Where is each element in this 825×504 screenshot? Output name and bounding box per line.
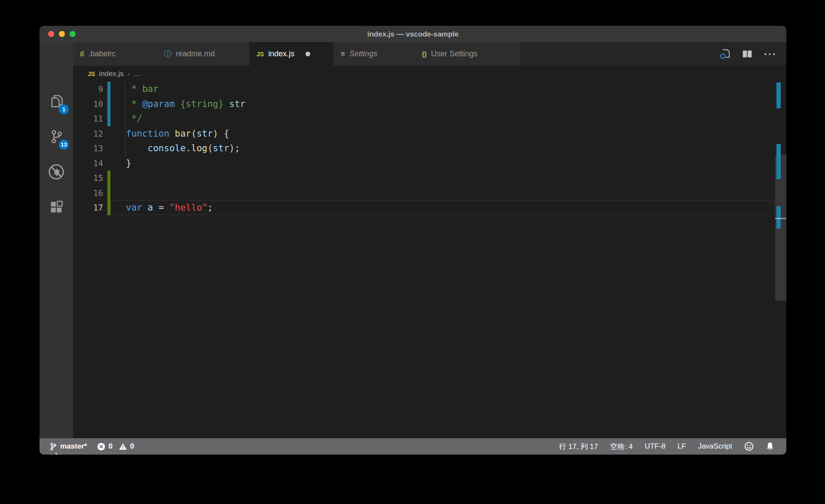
extensions-icon [49,199,64,215]
code-text: */ [110,111,142,126]
gutter-modified-marker [107,97,110,112]
code-line-13[interactable]: 13 console.log(str); [73,141,786,156]
gutter-modified-marker [107,111,110,126]
line-number: 11 [73,111,107,126]
sidebar-item-source-control[interactable]: 13 [40,123,73,150]
split-editor-icon[interactable] [742,49,753,60]
feedback-smiley-icon[interactable] [744,442,754,451]
sidebar-item-debug[interactable] [40,158,73,186]
code-line-11[interactable]: 11 */ [73,111,786,126]
gutter-added-marker [107,186,110,201]
line-number: 16 [73,186,107,201]
line-number: 15 [73,171,107,186]
screen: index.js — vscode-sample 1 [0,0,825,504]
code-line-17[interactable]: 17var a = "hello"; [73,200,786,215]
breadcrumb[interactable]: JS index.js › … [73,66,786,82]
gutter-added-marker [107,200,110,215]
code-text: * @param {string} str [110,97,245,112]
status-item[interactable]: JavaScript [698,442,732,451]
code-editor[interactable]: 9 * bar10 * @param {string} str11 */12fu… [73,82,786,438]
tab-settings[interactable]: ≡Settings [334,42,415,66]
warning-count: 0 [130,442,134,451]
error-icon [97,443,105,451]
source-control-badge: 13 [59,140,69,150]
braces-icon: {} [422,51,427,58]
code-text: console.log(str); [110,141,240,156]
tab-bar: 6.babelrcⓘreadme.mdJSindex.js≡Settings{}… [73,42,786,66]
tab-label: index.js [268,49,294,58]
breadcrumb-symbol-picker[interactable]: … [134,70,141,78]
activity-bar: 1 13 [40,42,73,438]
editor-actions: ··· [719,42,777,66]
tab--babelrc[interactable]: 6.babelrc [73,42,157,66]
tab-label: Settings [349,49,377,58]
js-file-icon: JS [88,70,95,77]
js-icon: JS [257,51,264,58]
code-line-14[interactable]: 14} [73,156,786,171]
babel-icon: 6 [80,50,84,58]
chevron-right-icon: › [128,70,130,77]
code-text [110,186,126,201]
tab-index-js[interactable]: JSindex.js [250,42,334,66]
manage-gear-button[interactable] [40,446,73,455]
modified-dot-icon[interactable] [306,52,310,56]
gutter-spacer [107,156,110,171]
tab-readme-md[interactable]: ⓘreadme.md [157,42,250,66]
window-title: index.js — vscode-sample [40,26,786,42]
editor-group: 6.babelrcⓘreadme.mdJSindex.js≡Settings{}… [73,42,786,438]
overview-cursor-mark [775,218,786,219]
debug-disabled-icon [48,163,65,180]
line-number: 12 [73,126,107,141]
sidebar-item-extensions[interactable] [40,193,73,221]
problems-status[interactable]: 0 0 [97,442,134,451]
code-text: * bar [110,82,159,97]
code-text: } [110,156,131,171]
code-text: function bar(str) { [110,126,229,141]
status-item[interactable]: 空格: 4 [610,442,633,452]
title-bar: index.js — vscode-sample [40,26,786,42]
gutter-modified-marker [107,82,110,97]
line-number: 17 [73,200,107,215]
code-line-12[interactable]: 12function bar(str) { [73,126,786,141]
open-changes-icon[interactable] [719,49,730,60]
tab-user-settings[interactable]: {}User Settings [415,42,520,66]
code-line-10[interactable]: 10 * @param {string} str [73,97,786,112]
gutter-spacer [107,126,110,141]
tabs-container: 6.babelrcⓘreadme.mdJSindex.js≡Settings{}… [73,42,520,66]
tab-label: User Settings [431,49,477,58]
settings-list-icon: ≡ [341,50,345,58]
line-number: 9 [73,82,107,97]
overview-modified-mark [776,82,781,108]
sidebar-item-explorer[interactable]: 1 [40,88,73,115]
breadcrumb-file[interactable]: index.js [99,70,124,78]
tab-label: readme.md [176,49,215,58]
status-item[interactable]: UTF-8 [645,442,666,451]
gear-icon [48,452,64,455]
code-line-16[interactable]: 16 [73,186,786,201]
info-icon: ⓘ [164,49,171,59]
code-line-9[interactable]: 9 * bar [73,82,786,97]
status-item[interactable]: LF [678,442,686,451]
more-actions-icon[interactable]: ··· [764,50,777,58]
gutter-added-marker [107,171,110,186]
explorer-badge: 1 [59,104,69,114]
error-count: 0 [108,442,112,451]
line-number: 10 [73,97,107,112]
line-number: 14 [73,156,107,171]
tab-label: .babelrc [88,49,116,58]
vscode-window: index.js — vscode-sample 1 [40,26,786,455]
code-line-15[interactable]: 15 [73,171,786,186]
gutter-spacer [107,141,110,156]
overview-modified-mark [776,144,781,179]
line-number: 13 [73,141,107,156]
warning-icon [119,443,127,451]
notifications-bell-icon[interactable] [766,442,774,451]
status-item[interactable]: 行 17, 列 17 [559,442,598,452]
status-bar: master* 0 [40,438,786,455]
overview-modified-mark [776,206,781,229]
code-text: var a = "hello"; [110,200,213,215]
code-text [110,171,126,186]
code-lines: 9 * bar10 * @param {string} str11 */12fu… [73,82,786,215]
